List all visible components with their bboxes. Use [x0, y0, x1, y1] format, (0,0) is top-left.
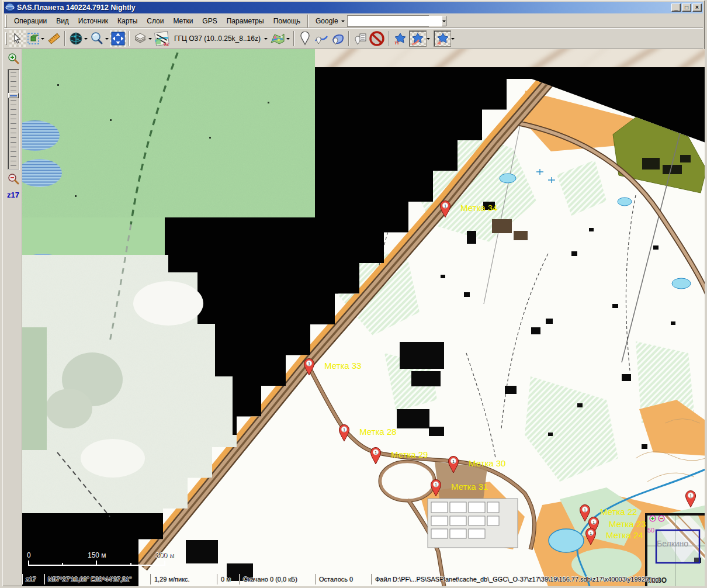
menu-source[interactable]: Источник: [74, 15, 113, 27]
title-bar[interactable]: SAS.Планета 140224.7912 Nightly _ □ ×: [4, 2, 703, 13]
maximize-button[interactable]: □: [682, 4, 691, 12]
toolbar-separator: [388, 31, 389, 46]
chevron-down-icon: [341, 20, 345, 24]
zoom-in-button[interactable]: [6, 51, 20, 65]
chevron-down-icon: [84, 38, 88, 41]
status-elevation: 0 м: [217, 574, 239, 584]
goto-globe-button[interactable]: [68, 30, 89, 47]
menu-maps[interactable]: Карты: [113, 15, 142, 27]
fullscreen-button[interactable]: [110, 30, 126, 47]
ggc-map-icon: 02: [154, 31, 169, 46]
placemark-label: Метка 28: [359, 427, 396, 437]
window-title: SAS.Планета 140224.7912 Nightly: [17, 4, 136, 12]
chevron-down-icon: [41, 38, 44, 41]
menu-separator: [307, 15, 309, 27]
app-window: SAS.Планета 140224.7912 Nightly _ □ × Оп…: [0, 0, 707, 588]
menu-settings[interactable]: Параметры: [222, 15, 269, 27]
cursor-arrow-icon: [12, 33, 23, 44]
placemark-list-icon: [353, 32, 367, 46]
layers-map-icon: [270, 32, 285, 45]
base-map: 50 Белкино ТОВО 0 150 м 300 м: [22, 49, 707, 586]
search-input[interactable]: [348, 16, 442, 26]
selection-tool-button[interactable]: [26, 30, 46, 47]
placemark-label: Метка 30: [469, 458, 505, 468]
minimap-number: 50: [647, 527, 654, 534]
gps-satellite-icon: [393, 31, 408, 46]
toolbar-separator: [348, 31, 349, 46]
menu-view[interactable]: Вид: [51, 15, 74, 27]
status-resolution: 1,29 м/пикс.: [150, 574, 217, 584]
chevron-down-icon: [105, 38, 109, 41]
chevron-down-icon: [264, 38, 268, 41]
menu-help[interactable]: Помощь: [269, 15, 305, 27]
placemark-label: Метка 31: [451, 482, 488, 492]
gps-connect-button[interactable]: [391, 30, 409, 47]
chevron-down-icon[interactable]: [427, 38, 430, 41]
google-label: Google: [316, 17, 338, 25]
zoom-tool-button[interactable]: [89, 30, 110, 47]
gps-track-button[interactable]: [409, 30, 427, 47]
cache-mode-button[interactable]: [132, 30, 153, 47]
menu-operations[interactable]: Операции: [9, 15, 51, 27]
toolbar-grip[interactable]: [5, 15, 7, 27]
placemark-label: Метка 33: [324, 361, 361, 371]
map-source-button[interactable]: 02: [153, 30, 171, 47]
close-button[interactable]: ×: [692, 4, 702, 12]
google-search-dropdown[interactable]: Google: [311, 15, 347, 27]
polygon-icon: [331, 32, 345, 46]
add-polygon-button[interactable]: [330, 30, 346, 47]
placemark-pin-number: 1: [584, 507, 586, 513]
minimap-view-rect[interactable]: [656, 530, 699, 563]
gps-track-icon: [411, 32, 425, 46]
zoom-out-button[interactable]: [6, 172, 20, 186]
search-combobox[interactable]: [347, 15, 429, 27]
menu-marks[interactable]: Метки: [168, 15, 197, 27]
chevron-down-icon: [442, 20, 446, 24]
placemark-pin-number: 1: [592, 520, 595, 525]
placemark-label: Метка 23: [609, 519, 646, 529]
add-path-button[interactable]: [313, 30, 330, 47]
status-grip: [4, 574, 22, 584]
status-remaining: Осталось 0: [315, 574, 371, 584]
placemark-icon: [299, 32, 311, 46]
placemark-pin-number: 1: [444, 203, 446, 209]
map-source-selector[interactable]: ГГЦ O37 (10..0.25k_8..16z): [171, 30, 269, 47]
placemark-pin-number: 1: [308, 361, 310, 366]
zoom-slider[interactable]: [8, 69, 19, 170]
minimize-button[interactable]: _: [671, 4, 681, 12]
toolbar-separator: [64, 31, 65, 46]
add-placemark-button[interactable]: [297, 30, 313, 47]
layers-selector-button[interactable]: [269, 30, 291, 47]
chevron-down-icon[interactable]: [451, 38, 455, 41]
menu-layers[interactable]: Слои: [142, 15, 168, 27]
zoom-out-icon: [8, 173, 19, 185]
placemark-manager-button[interactable]: [352, 30, 368, 47]
scale-150: 150 м: [88, 551, 106, 559]
placemark-pin-number: 1: [343, 427, 345, 433]
zoom-level-label: z17: [4, 191, 22, 199]
pan-cursor-button[interactable]: [9, 30, 26, 47]
chevron-down-icon: [286, 38, 290, 41]
status-bar: z17 N57°27'10,60" E39°44'37,51" 1,29 м/п…: [4, 574, 703, 584]
toolbar-grip[interactable]: [5, 32, 7, 45]
status-zoom: z17: [22, 574, 44, 584]
measure-distance-button[interactable]: [46, 30, 62, 47]
ggc-badge: 02: [164, 41, 169, 46]
hide-marks-button[interactable]: [368, 30, 386, 47]
select-region-icon: [27, 32, 40, 45]
placemark-pin-number: 1: [452, 459, 455, 464]
zoom-slider-thumb[interactable]: [8, 93, 19, 98]
gps-position-button[interactable]: [434, 30, 451, 47]
path-icon: [314, 32, 328, 46]
placemark-label: Метка 24: [606, 530, 643, 540]
map-canvas[interactable]: 50 Белкино ТОВО 0 150 м 300 м 1Метка 341…: [22, 49, 707, 586]
map-viewport[interactable]: 50 Белкино ТОВО 0 150 м 300 м 1Метка 341…: [22, 49, 707, 586]
placemark-pin-number: 1: [375, 450, 377, 455]
search-dropdown-button[interactable]: [442, 16, 446, 26]
globe-icon: [69, 32, 83, 46]
placemark-label: Метка 34: [460, 203, 497, 213]
placemark-label: Метка 22: [600, 507, 637, 517]
zoom-sidebar: z17: [4, 49, 22, 584]
cache-layers-icon: [133, 33, 147, 44]
menu-gps[interactable]: GPS: [197, 15, 221, 27]
